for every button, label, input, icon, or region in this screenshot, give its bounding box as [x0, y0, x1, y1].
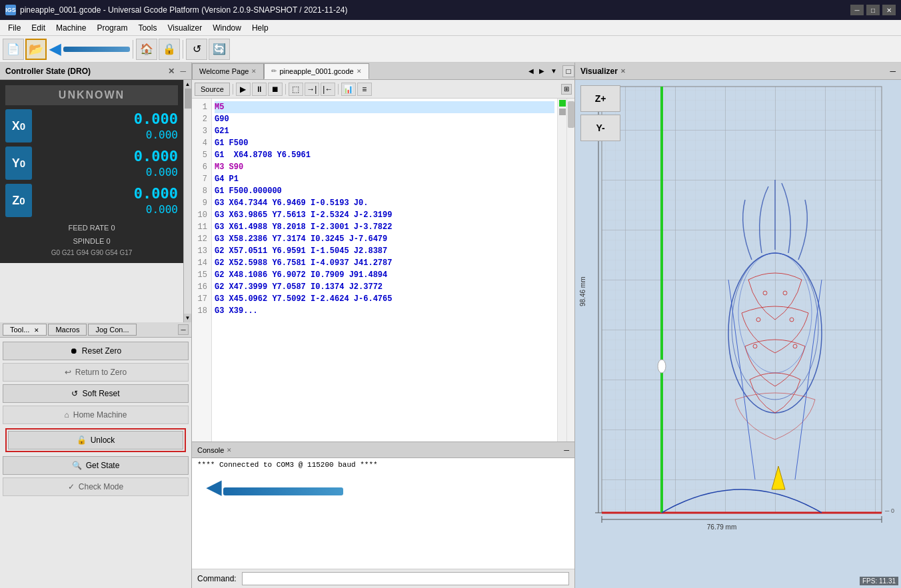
code-line[interactable]: G90 — [215, 113, 554, 125]
menu-visualizer[interactable]: Visualizer — [162, 22, 207, 34]
visualizer-close-button[interactable]: ✕ — [620, 68, 626, 75]
soft-reset-button[interactable]: ↺ Soft Reset — [3, 384, 189, 403]
line-number: 3 — [195, 125, 207, 137]
check-mode-button[interactable]: ✓ Check Mode — [3, 477, 189, 496]
code-line[interactable]: G1 F500 — [215, 137, 554, 149]
dro-section: UNKNOWN X0 0.000 0.000 Y0 0. — [0, 80, 183, 263]
visualizer-title: Visualizer — [580, 67, 618, 76]
code-line[interactable]: M5 — [215, 101, 554, 113]
reset-zero-button[interactable]: ⏺ Reset Zero — [3, 342, 189, 360]
line-number: 14 — [195, 257, 207, 269]
select-button[interactable]: ⬚ — [289, 83, 303, 96]
code-line[interactable]: G1 X64.8708 Y6.5961 — [215, 149, 554, 161]
dro-minimize-button[interactable]: ─ — [180, 67, 186, 76]
tab-nav-left[interactable]: ◀ — [526, 67, 536, 76]
send-line-button[interactable]: →| — [305, 83, 319, 96]
code-line[interactable]: G2 X47.3999 Y7.0587 I0.1374 J2.3772 — [215, 281, 554, 293]
menu-edit[interactable]: Edit — [26, 22, 51, 34]
code-scroll-thumb[interactable] — [568, 101, 574, 128]
home-machine-button[interactable]: ⌂ Home Machine — [3, 406, 189, 424]
menu-tools[interactable]: Tools — [133, 22, 162, 34]
return-zero-icon: ↩ — [65, 368, 71, 377]
tab-nav: ◀ ▶ ▼ — [524, 67, 561, 76]
y-axis-label[interactable]: Y0 — [5, 147, 32, 180]
editor-expand-button[interactable]: ⊞ — [561, 84, 572, 95]
new-file-button[interactable]: 📄 — [3, 39, 24, 60]
scroll-thumb[interactable] — [185, 89, 191, 109]
progress-bar — [63, 47, 130, 52]
tab-tools[interactable]: Tool... ✕ — [3, 324, 47, 336]
undo-button[interactable]: ↺ — [186, 39, 207, 60]
z-axis-label[interactable]: Z0 — [5, 184, 32, 217]
dro-scroll-area: UNKNOWN X0 0.000 0.000 Y0 0. — [0, 80, 191, 322]
stop-button[interactable]: ⏹ — [268, 83, 283, 96]
unlock-button[interactable]: 🔓 Unlock — [8, 431, 183, 449]
console-output[interactable]: **** Connected to COM3 @ 115200 baud ***… — [192, 458, 574, 569]
tab-macros[interactable]: Macros — [48, 324, 87, 336]
run-button[interactable]: ▶ — [236, 83, 251, 96]
menu-window[interactable]: Window — [207, 22, 247, 34]
tab-ctrl-minus[interactable]: ─ — [178, 324, 189, 335]
code-line[interactable]: G3 X45.0962 Y7.5092 I-2.4624 J-6.4765 — [215, 293, 554, 305]
visualizer-canvas[interactable]: 98.46 mm 76.79 mm ─ 0 Z+ Y- FPS: 11.31 — [575, 80, 901, 588]
z-plus-button[interactable]: Z+ — [580, 85, 620, 112]
tab-expand-button[interactable]: ▼ — [549, 67, 558, 76]
code-content[interactable]: M5G90G21G1 F500G1 X64.8708 Y6.5961M3 S90… — [212, 99, 557, 441]
code-line[interactable]: G1 F500.000000 — [215, 185, 554, 197]
source-button[interactable]: Source — [195, 83, 230, 96]
code-line[interactable]: G2 X48.1086 Y6.9072 I0.7909 J91.4894 — [215, 269, 554, 281]
menu-help[interactable]: Help — [247, 22, 274, 34]
gcode-states: G0 G21 G94 G90 G54 G17 — [5, 248, 178, 258]
get-state-button[interactable]: 🔍 Get State — [3, 456, 189, 475]
pause-button[interactable]: ⏸ — [252, 83, 267, 96]
return-to-zero-button[interactable]: ↩ Return to Zero — [3, 363, 189, 382]
console-tab-close[interactable]: ✕ — [227, 447, 232, 453]
code-line[interactable]: G4 P1 — [215, 173, 554, 185]
tab-tools-close[interactable]: ✕ — [34, 327, 39, 334]
controller-status: UNKNOWN — [5, 85, 178, 105]
menu-file[interactable]: File — [3, 22, 26, 34]
code-line[interactable]: M3 S90 — [215, 161, 554, 173]
tab-nav-right[interactable]: ▶ — [537, 67, 546, 76]
maximize-button[interactable]: □ — [866, 5, 880, 15]
console-minimize-button[interactable]: ─ — [564, 446, 569, 454]
menu-program[interactable]: Program — [91, 22, 133, 34]
code-scrollbar[interactable] — [566, 99, 574, 441]
welcome-tab-close[interactable]: ✕ — [251, 68, 257, 75]
lock-button[interactable]: 🔒 — [159, 39, 180, 60]
dro-close-button[interactable]: ✕ — [168, 67, 175, 76]
code-line[interactable]: G2 X52.5988 Y6.7581 I-4.0937 J41.2787 — [215, 257, 554, 269]
dro-scrollbar[interactable]: ▲ ▼ — [183, 80, 191, 322]
minimize-button[interactable]: ─ — [850, 5, 864, 15]
code-line[interactable]: G3 X63.9865 Y7.5613 I-2.5324 J-2.3199 — [215, 209, 554, 221]
code-line[interactable]: G3 X64.7344 Y6.9469 I-0.5193 J0. — [215, 197, 554, 209]
line-number: 8 — [195, 185, 207, 197]
scroll-up-button[interactable]: ▲ — [184, 80, 191, 89]
menu-machine[interactable]: Machine — [51, 22, 91, 34]
tab-welcome[interactable]: Welcome Page ✕ — [192, 63, 264, 79]
z-axis-value2: 0.000 — [36, 203, 178, 216]
code-line[interactable]: G3 X58.2386 Y7.3174 I0.3245 J-7.6479 — [215, 233, 554, 245]
command-input[interactable] — [242, 572, 569, 585]
open-file-button[interactable]: 📂 — [25, 39, 47, 60]
info-button[interactable]: ≡ — [357, 83, 372, 96]
x-axis-label[interactable]: X0 — [5, 109, 32, 143]
gcode-tab-close[interactable]: ✕ — [357, 68, 362, 75]
code-line[interactable]: G21 — [215, 125, 554, 137]
close-button[interactable]: ✕ — [882, 5, 896, 15]
receive-button[interactable]: |← — [321, 83, 335, 96]
tab-jog[interactable]: Jog Con... — [88, 324, 136, 336]
visualizer-minimize-button[interactable]: ─ — [890, 67, 896, 76]
tab-gcode[interactable]: ✏ pineapple_0001.gcode ✕ — [264, 63, 369, 79]
code-line[interactable]: G3 X61.4988 Y8.2018 I-2.3001 J-3.7822 — [215, 221, 554, 233]
toolbar-separator-1 — [133, 40, 133, 59]
y-minus-button[interactable]: Y- — [580, 115, 620, 141]
refresh-button[interactable]: 🔄 — [209, 39, 230, 60]
home-button[interactable]: 🏠 — [136, 39, 157, 60]
scroll-down-button[interactable]: ▼ — [184, 314, 191, 322]
code-line[interactable]: G3 X39... — [215, 305, 554, 317]
code-toolbar: Source ▶ ⏸ ⏹ ⬚ →| |← 📊 ≡ ⊞ — [192, 80, 574, 99]
panel-maximize-button[interactable]: □ — [562, 65, 574, 77]
code-line[interactable]: G2 X57.0511 Y6.9591 I-1.5045 J2.8387 — [215, 245, 554, 257]
chart-button[interactable]: 📊 — [341, 83, 356, 96]
